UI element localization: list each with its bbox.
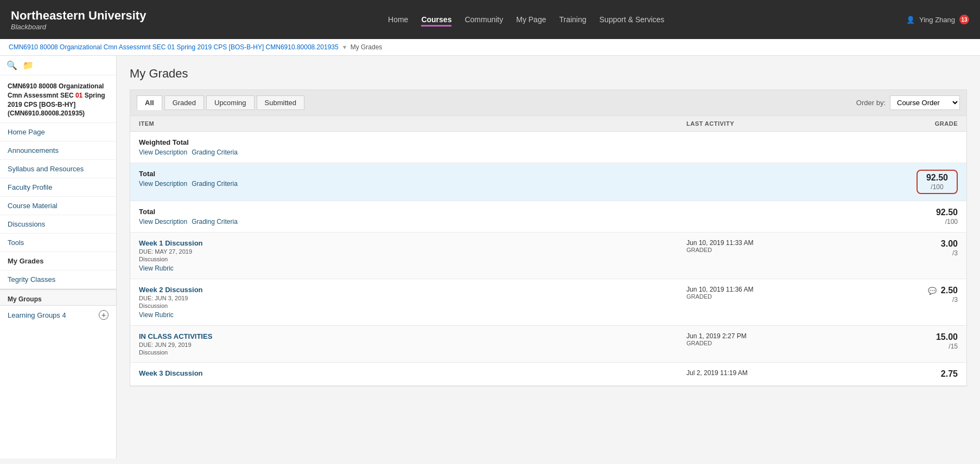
nav-links: Home Courses Community My Page Training … xyxy=(388,13,664,27)
item-title: Total xyxy=(139,208,155,216)
filter-tabs-left: All Graded Upcoming Submitted xyxy=(137,95,304,110)
grade-denom: /3 xyxy=(952,249,958,257)
nav-training[interactable]: Training xyxy=(559,13,586,26)
sidebar-item-syllabus[interactable]: Syllabus and Resources xyxy=(0,160,116,178)
view-description-link[interactable]: View Description xyxy=(139,218,187,225)
university-name: Northeastern University xyxy=(11,9,146,23)
comment-icon: 💬 xyxy=(928,287,937,295)
main-layout: 🔍 📁 CMN6910 80008 Organizational Cmn Ass… xyxy=(0,56,980,459)
item-cell: Week 1 Discussion DUE: MAY 27, 2019 Disc… xyxy=(139,239,686,272)
item-cell: Weighted Total View Description Grading … xyxy=(139,138,686,156)
nav-courses[interactable]: Courses xyxy=(421,13,451,27)
grade-denom: /15 xyxy=(949,343,958,350)
grading-criteria-link[interactable]: Grading Criteria xyxy=(192,180,238,188)
item-type: Discussion xyxy=(139,302,686,309)
grading-criteria-link[interactable]: Grading Criteria xyxy=(192,218,238,225)
tab-all[interactable]: All xyxy=(137,95,162,110)
order-by-select[interactable]: Course Order Due Date Last Activity xyxy=(890,95,960,110)
item-title-link[interactable]: Week 2 Discussion xyxy=(139,286,203,294)
item-links: View Description Grading Criteria xyxy=(139,180,686,188)
item-cell: IN CLASS ACTIVITIES DUE: JUN 29, 2019 Di… xyxy=(139,332,686,356)
sidebar: 🔍 📁 CMN6910 80008 Organizational Cmn Ass… xyxy=(0,56,117,459)
col-grade: GRADE xyxy=(849,120,958,127)
table-row: Week 3 Discussion Jul 2, 2019 11:19 AM 2… xyxy=(130,363,966,386)
sidebar-group-learning4[interactable]: Learning Groups 4 + xyxy=(0,306,116,324)
nav-support[interactable]: Support & Services xyxy=(600,13,665,26)
last-activity-date: Jun 10, 2019 11:36 AM xyxy=(686,286,849,293)
view-rubric-link[interactable]: View Rubric xyxy=(139,265,174,272)
item-meta: DUE: MAY 27, 2019 xyxy=(139,248,686,255)
sidebar-item-faculty[interactable]: Faculty Profile xyxy=(0,178,116,197)
view-description-link[interactable]: View Description xyxy=(139,180,187,188)
col-item: ITEM xyxy=(139,120,686,127)
filter-tabs-right: Order by: Course Order Due Date Last Act… xyxy=(856,95,960,110)
view-description-link[interactable]: View Description xyxy=(139,149,187,156)
blackboard-label: Blackboard xyxy=(11,23,146,31)
grade-value: 2.50 xyxy=(941,286,958,295)
item-title: Total xyxy=(139,170,155,178)
nav-mypage[interactable]: My Page xyxy=(516,13,546,26)
last-activity-cell: Jun 10, 2019 11:33 AM GRADED xyxy=(686,239,849,253)
last-activity-status: GRADED xyxy=(686,340,849,346)
item-type: Discussion xyxy=(139,256,686,262)
grade-denom: /100 xyxy=(945,218,958,225)
item-links: View Description Grading Criteria xyxy=(139,218,686,225)
sidebar-toolbar: 🔍 📁 xyxy=(0,56,116,75)
content-area: My Grades All Graded Upcoming Submitted … xyxy=(117,56,980,459)
nav-community[interactable]: Community xyxy=(464,13,503,26)
table-row: Week 2 Discussion DUE: JUN 3, 2019 Discu… xyxy=(130,279,966,326)
sidebar-item-coursematerial[interactable]: Course Material xyxy=(0,197,116,215)
last-activity-date: Jul 2, 2019 11:19 AM xyxy=(686,369,849,377)
item-links: View Rubric xyxy=(139,311,686,319)
col-lastactivity: LAST ACTIVITY xyxy=(686,120,849,127)
last-activity-status: GRADED xyxy=(686,247,849,253)
view-rubric-link[interactable]: View Rubric xyxy=(139,311,174,319)
table-row: Total View Description Grading Criteria … xyxy=(130,163,966,201)
grade-value: 15.00 xyxy=(936,332,958,341)
breadcrumb-separator: ▾ xyxy=(343,43,346,51)
tab-submitted[interactable]: Submitted xyxy=(257,95,305,110)
sidebar-item-announcements[interactable]: Announcements xyxy=(0,141,116,160)
search-icon[interactable]: 🔍 xyxy=(7,60,17,70)
item-links: View Description Grading Criteria xyxy=(139,149,686,156)
grade-cell: 92.50 /100 xyxy=(849,208,958,225)
item-title-link[interactable]: IN CLASS ACTIVITIES xyxy=(139,332,212,340)
order-by-label: Order by: xyxy=(856,99,886,107)
tab-upcoming[interactable]: Upcoming xyxy=(206,95,254,110)
grade-value: 92.50 xyxy=(936,208,958,217)
item-cell: Week 2 Discussion DUE: JUN 3, 2019 Discu… xyxy=(139,286,686,319)
breadcrumb-bar: CMN6910 80008 Organizational Cmn Assessm… xyxy=(0,39,980,56)
grade-value: 2.75 xyxy=(941,369,958,378)
sidebar-item-mygrades[interactable]: My Grades xyxy=(0,252,116,270)
tab-graded[interactable]: Graded xyxy=(164,95,204,110)
last-activity-status: GRADED xyxy=(686,293,849,300)
sidebar-item-tools[interactable]: Tools xyxy=(0,234,116,252)
grade-denom: /3 xyxy=(952,296,958,304)
grade-cell: 92.50 /100 xyxy=(849,170,958,194)
logo: Northeastern University Blackboard xyxy=(11,9,146,31)
folder-icon[interactable]: 📁 xyxy=(23,60,34,70)
table-row: Weighted Total View Description Grading … xyxy=(130,132,966,163)
user-name: Ying Zhang xyxy=(919,16,955,24)
item-cell: Total View Description Grading Criteria xyxy=(139,170,686,188)
highlighted-grade: 92.50 /100 xyxy=(917,170,958,194)
sidebar-item-homepage[interactable]: Home Page xyxy=(0,123,116,141)
sidebar-item-discussions[interactable]: Discussions xyxy=(0,215,116,234)
item-cell: Week 3 Discussion xyxy=(139,369,686,377)
breadcrumb-course-link[interactable]: CMN6910 80008 Organizational Cmn Assessm… xyxy=(9,43,339,51)
notification-badge[interactable]: 13 xyxy=(959,15,969,24)
item-meta: DUE: JUN 29, 2019 xyxy=(139,341,686,348)
add-group-icon[interactable]: + xyxy=(99,310,109,320)
breadcrumb-page: My Grades xyxy=(351,43,383,51)
nav-home[interactable]: Home xyxy=(388,13,408,26)
last-activity-cell: Jun 1, 2019 2:27 PM GRADED xyxy=(686,332,849,346)
last-activity-cell: Jun 10, 2019 11:36 AM GRADED xyxy=(686,286,849,300)
sidebar-group-label: Learning Groups 4 xyxy=(8,311,66,319)
sidebar-course-title: CMN6910 80008 Organizational Cmn Assessm… xyxy=(0,75,116,123)
item-title-link[interactable]: Week 3 Discussion xyxy=(139,369,203,377)
user-icon: 👤 xyxy=(906,16,915,24)
grading-criteria-link[interactable]: Grading Criteria xyxy=(192,149,238,156)
top-navigation: Northeastern University Blackboard Home … xyxy=(0,0,980,39)
sidebar-item-tegrity[interactable]: Tegrity Classes xyxy=(0,270,116,289)
item-title-link[interactable]: Week 1 Discussion xyxy=(139,239,203,247)
